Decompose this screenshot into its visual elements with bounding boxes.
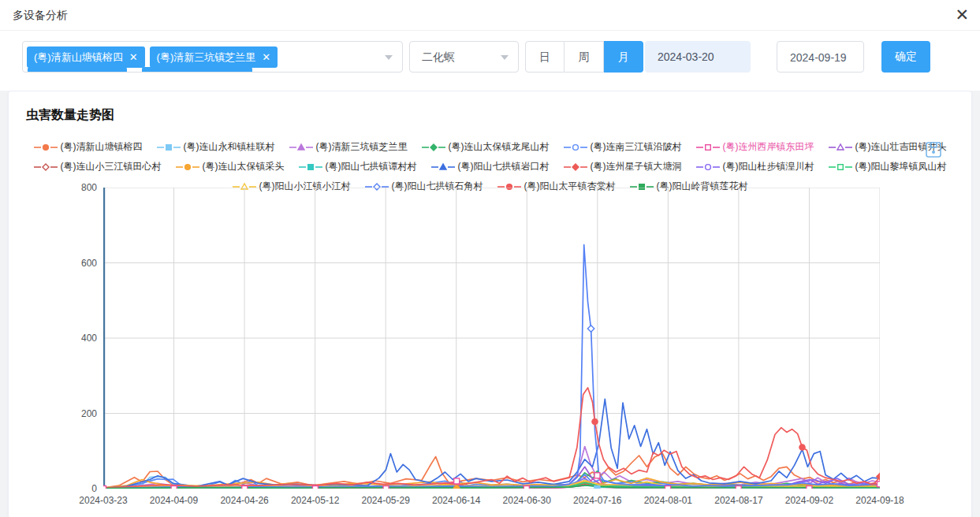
- chart-title: 虫害数量走势图: [26, 107, 114, 124]
- device-multiselect[interactable]: (粤)清新山塘镇榕四✕(粤)清新三坑镇芝兰里✕: [22, 41, 403, 73]
- legend-item-label: (粤)清新山塘镇榕四: [61, 140, 143, 154]
- chart-point-marker: [877, 474, 880, 480]
- device-tag-label: (粤)清新三坑镇芝兰里: [157, 50, 256, 65]
- chart-line-series: [103, 245, 880, 489]
- y-axis-label: 800: [65, 182, 97, 193]
- legend-item[interactable]: (粤)阳山杜步镇湟川村: [696, 160, 814, 173]
- device-tag[interactable]: (粤)清新三坑镇芝兰里✕: [150, 46, 278, 68]
- device-tag[interactable]: (粤)清新山塘镇榕四✕: [27, 46, 145, 68]
- x-axis-label: 2024-09-02: [773, 495, 844, 506]
- device-tag-clipped: [28, 67, 127, 72]
- x-axis-label: 2024-04-09: [139, 495, 210, 506]
- chart-point-marker: [592, 418, 598, 424]
- legend-item[interactable]: (粤)阳山七拱镇岩口村: [431, 160, 550, 173]
- chart-line-series: [103, 399, 880, 488]
- y-axis-label: 0: [65, 483, 97, 494]
- dialog-header: 多设备分析 ✕: [0, 0, 980, 31]
- legend-item-label: (粤)连州星子镇大塘洞: [591, 160, 682, 173]
- pest-type-value: 二化螟: [422, 42, 455, 72]
- legend-marker-diamond-icon: [422, 143, 445, 152]
- chart-point-marker: [454, 478, 460, 484]
- legend-item[interactable]: (粤)连山永和镇桂联村: [157, 140, 275, 154]
- y-axis-label: 200: [65, 408, 97, 419]
- chart-point-marker: [103, 486, 106, 489]
- chart-point-marker: [171, 486, 177, 489]
- chart-point-marker: [594, 486, 600, 489]
- period-button-周[interactable]: 周: [565, 41, 604, 73]
- legend-item-label: (粤)阳山七拱镇谭村村: [326, 160, 417, 173]
- legend-row: (粤)连山小三江镇田心村(粤)连山太保镇采头(粤)阳山七拱镇谭村村(粤)阳山七拱…: [9, 157, 971, 177]
- start-date-input[interactable]: 2024-03-20: [645, 41, 751, 73]
- x-axis-label: 2024-09-18: [844, 495, 915, 506]
- legend-marker-circle-icon: [34, 143, 58, 152]
- confirm-button[interactable]: 确定: [881, 41, 930, 73]
- chevron-down-icon: [385, 55, 393, 60]
- save-image-icon[interactable]: [925, 141, 942, 158]
- chart-point-marker: [799, 444, 805, 450]
- legend-item[interactable]: (粤)阳山七拱镇谭村村: [299, 160, 417, 173]
- chart-point-marker: [242, 486, 248, 489]
- legend-item-label: (粤)阳山杜步镇湟川村: [723, 160, 814, 173]
- legend-item-label: (粤)连山太保镇龙尾山村: [449, 140, 550, 154]
- chart-point-marker: [454, 485, 460, 489]
- legend-marker-square-icon: [299, 162, 322, 172]
- chart-point-marker: [878, 482, 881, 487]
- device-tag-clipped: [142, 67, 252, 72]
- legend-item-label: (粤)连山小三江镇田心村: [61, 160, 162, 173]
- legend-item-label: (粤)连山太保镇采头: [203, 160, 285, 173]
- legend-marker-diamond-icon: [564, 162, 587, 172]
- chart-point-marker: [524, 486, 529, 489]
- legend-marker-diamond-icon: [34, 162, 58, 172]
- legend-item-label: (粤)阳山七拱镇岩口村: [458, 160, 550, 173]
- period-button-月[interactable]: 月: [604, 41, 643, 73]
- period-toggle-group: 日周月: [525, 41, 643, 73]
- chart-plot-area: [103, 188, 880, 489]
- legend-marker-circle-icon: [696, 162, 720, 172]
- x-axis-label: 2024-08-17: [703, 495, 774, 506]
- x-axis-label: 2024-05-29: [350, 495, 421, 506]
- chart-line-series: [103, 388, 880, 488]
- chevron-down-icon: [501, 55, 509, 60]
- legend-item[interactable]: (粤)连州星子镇大塘洞: [564, 160, 682, 173]
- x-axis-label: 2024-06-14: [421, 495, 492, 506]
- device-tag-label: (粤)清新山塘镇榕四: [34, 50, 123, 65]
- pest-type-select[interactable]: 二化螟: [409, 41, 519, 73]
- y-axis-label: 400: [65, 333, 97, 344]
- legend-marker-triangle-icon: [289, 143, 313, 152]
- legend-item[interactable]: (粤)连南三江镇沿陂村: [564, 140, 682, 154]
- legend-item-label: (粤)连南三江镇沿陂村: [591, 140, 682, 154]
- legend-item-label: (粤)清新三坑镇芝兰里: [316, 140, 408, 154]
- multi-device-analysis-dialog: 多设备分析 ✕ (粤)清新山塘镇榕四✕(粤)清新三坑镇芝兰里✕ 二化螟 日周月 …: [0, 0, 980, 517]
- legend-marker-square-icon: [829, 162, 852, 172]
- device-tag-list: (粤)清新山塘镇榕四✕(粤)清新三坑镇芝兰里✕: [27, 46, 278, 68]
- legend-marker-square-icon: [157, 143, 181, 152]
- dialog-title: 多设备分析: [13, 0, 68, 30]
- legend-item[interactable]: (粤)连山太保镇采头: [176, 160, 285, 173]
- legend-item[interactable]: (粤)连山太保镇龙尾山村: [422, 140, 550, 154]
- floppy-disk-icon: [925, 141, 942, 158]
- chart-point-marker: [383, 486, 389, 489]
- x-axis-label: 2024-03-23: [68, 495, 139, 506]
- period-button-日[interactable]: 日: [525, 41, 565, 73]
- legend-row: (粤)清新山塘镇榕四(粤)连山永和镇桂联村(粤)清新三坑镇芝兰里(粤)连山太保镇…: [9, 137, 971, 157]
- legend-item[interactable]: (粤)连州西岸镇东田坪: [696, 140, 814, 154]
- legend-marker-circle-icon: [176, 162, 199, 172]
- end-date-input[interactable]: 2024-09-19: [777, 41, 864, 73]
- x-axis-label: 2024-08-01: [632, 495, 703, 506]
- remove-tag-icon[interactable]: ✕: [262, 51, 270, 63]
- close-icon[interactable]: ✕: [955, 4, 969, 26]
- legend-item[interactable]: (粤)阳山黎埠镇凤山村: [829, 160, 947, 173]
- chart-point-marker: [807, 486, 812, 489]
- legend-item[interactable]: (粤)清新山塘镇榕四: [34, 140, 143, 154]
- x-axis-label: 2024-06-30: [491, 495, 562, 506]
- x-axis-label: 2024-07-16: [562, 495, 633, 506]
- legend-item-label: (粤)阳山黎埠镇凤山村: [855, 160, 947, 173]
- chart-point-marker: [665, 486, 671, 489]
- legend-item-label: (粤)连山永和镇桂联村: [184, 140, 275, 154]
- filter-bar: (粤)清新山塘镇榕四✕(粤)清新三坑镇芝兰里✕ 二化螟 日周月 2024-03-…: [0, 31, 980, 91]
- legend-item[interactable]: (粤)清新三坑镇芝兰里: [289, 140, 408, 154]
- legend-item[interactable]: (粤)连山小三江镇田心村: [34, 160, 162, 173]
- remove-tag-icon[interactable]: ✕: [129, 51, 138, 63]
- chart-point-marker: [736, 486, 741, 489]
- legend-marker-triangle-icon: [829, 143, 852, 152]
